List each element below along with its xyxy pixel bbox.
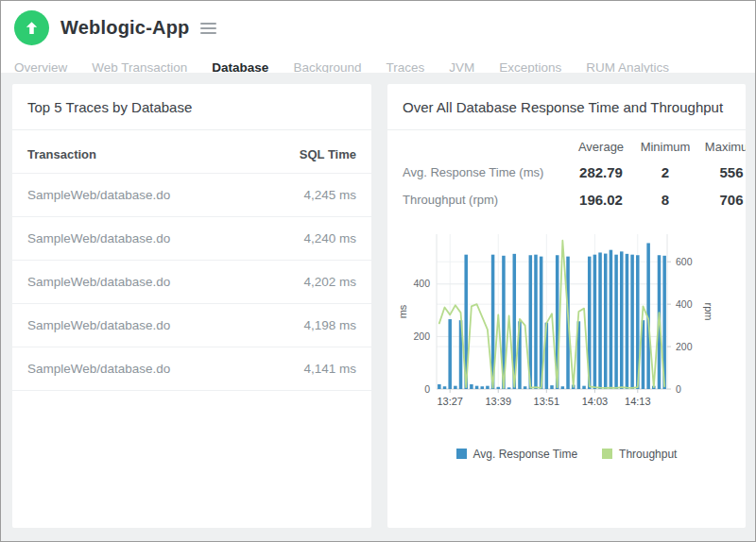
content-area: Top 5 Traces by Database Transaction SQL… — [1, 73, 755, 541]
hamburger-menu-icon[interactable] — [198, 17, 218, 40]
monitor-status-icon — [14, 10, 49, 45]
stats-label: Avg. Response Time (ms) — [403, 163, 567, 182]
svg-text:13:51: 13:51 — [534, 396, 560, 407]
chart-legend: Avg. Response Time Throughput — [387, 448, 746, 461]
sql-time-value: 4,245 ms — [251, 173, 371, 216]
response-throughput-panel: Over All Database Response Time and Thro… — [387, 84, 746, 528]
page-title: Weblogic-App — [60, 17, 189, 39]
stats-summary: Average Minimum Maximum Avg. Response Ti… — [387, 130, 746, 221]
sql-time-value: 4,141 ms — [251, 347, 371, 390]
panel-title-response-throughput: Over All Database Response Time and Thro… — [387, 84, 746, 130]
response-throughput-chart[interactable]: 02004000200400600msrpm13:2713:3913:5114:… — [393, 227, 714, 423]
chart-container: 02004000200400600msrpm13:2713:3913:5114:… — [393, 227, 746, 427]
legend-swatch-green — [602, 449, 612, 459]
avg-response-average: 282.79 — [567, 163, 635, 180]
table-row[interactable]: SampleWeb/database.do 4,141 ms — [12, 347, 371, 390]
svg-text:400: 400 — [413, 278, 430, 289]
stats-column-minimum: Minimum — [635, 140, 696, 154]
svg-text:0: 0 — [676, 382, 681, 394]
svg-text:14:03: 14:03 — [582, 396, 609, 407]
top-traces-panel: Top 5 Traces by Database Transaction SQL… — [12, 84, 371, 528]
table-row[interactable]: SampleWeb/database.do 4,202 ms — [12, 260, 371, 303]
table-row[interactable]: SampleWeb/database.do 4,245 ms — [12, 173, 371, 216]
avg-response-minimum: 2 — [635, 163, 696, 180]
sql-time-value: 4,240 ms — [251, 216, 371, 260]
throughput-average: 196.02 — [567, 191, 635, 208]
app-window: { "header": { "title": "Weblogic-App", "… — [0, 0, 756, 542]
traces-table-header: Transaction SQL Time — [12, 130, 371, 174]
legend-swatch-blue — [456, 449, 467, 459]
panel-title-top-traces: Top 5 Traces by Database — [12, 84, 371, 130]
stats-row-throughput: Throughput (rpm) 196.02 8 706 — [403, 191, 746, 210]
transaction-name[interactable]: SampleWeb/database.do — [12, 173, 251, 216]
svg-text:400: 400 — [676, 297, 693, 309]
stats-header-row: Average Minimum Maximum — [403, 140, 746, 154]
svg-text:0: 0 — [424, 382, 430, 394]
column-sql-time: SQL Time — [251, 130, 371, 174]
stats-column-average: Average — [567, 140, 635, 154]
transaction-name[interactable]: SampleWeb/database.do — [12, 347, 251, 390]
stats-column-maximum: Maximum — [696, 140, 746, 154]
throughput-maximum: 706 — [696, 191, 746, 208]
svg-text:14:13: 14:13 — [625, 396, 651, 407]
svg-text:600: 600 — [676, 255, 693, 266]
transaction-name[interactable]: SampleWeb/database.do — [12, 303, 251, 347]
svg-text:rpm: rpm — [703, 302, 714, 320]
legend-item-throughput[interactable]: Throughput — [602, 448, 677, 461]
legend-item-response-time[interactable]: Avg. Response Time — [456, 448, 578, 461]
legend-label: Avg. Response Time — [473, 448, 578, 461]
svg-text:200: 200 — [676, 340, 693, 351]
svg-text:13:39: 13:39 — [485, 396, 511, 407]
stats-label: Throughput (rpm) — [403, 191, 567, 210]
throughput-minimum: 8 — [635, 191, 696, 208]
transaction-name[interactable]: SampleWeb/database.do — [12, 260, 251, 303]
transaction-name[interactable]: SampleWeb/database.do — [12, 216, 251, 260]
svg-text:200: 200 — [413, 330, 430, 342]
column-transaction: Transaction — [12, 130, 251, 174]
table-row[interactable]: SampleWeb/database.do 4,240 ms — [12, 216, 371, 260]
stats-row-response-time: Avg. Response Time (ms) 282.79 2 556 — [403, 163, 746, 182]
svg-text:ms: ms — [397, 304, 408, 318]
traces-table: Transaction SQL Time SampleWeb/database.… — [12, 130, 371, 391]
legend-label: Throughput — [619, 448, 677, 461]
arrow-up-icon — [24, 20, 40, 36]
avg-response-maximum: 556 — [696, 163, 746, 180]
svg-text:13:27: 13:27 — [437, 396, 463, 407]
table-row[interactable]: SampleWeb/database.do 4,198 ms — [12, 303, 371, 347]
app-header: Weblogic-App — [1, 1, 755, 47]
sql-time-value: 4,202 ms — [251, 260, 371, 303]
sql-time-value: 4,198 ms — [251, 303, 371, 347]
